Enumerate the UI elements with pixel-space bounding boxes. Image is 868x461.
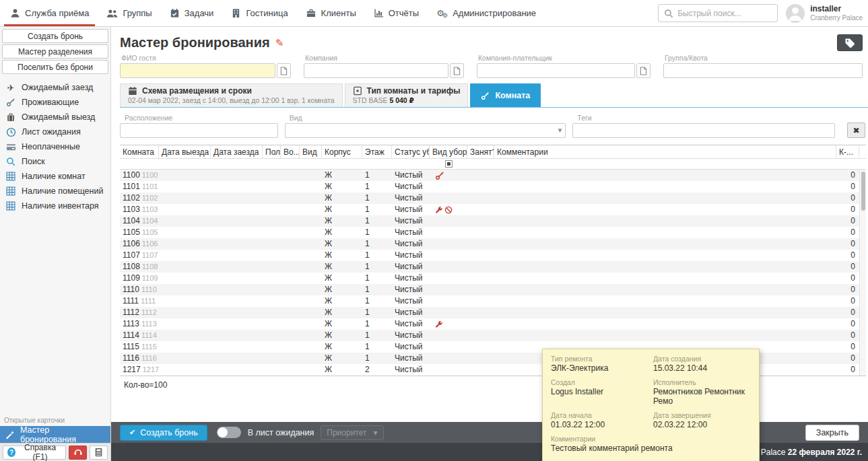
cell-floor: 1 xyxy=(362,307,392,318)
tab-room[interactable]: Комната xyxy=(470,83,541,107)
table-row[interactable]: 11001100Ж1Чистый0 xyxy=(120,170,866,181)
cell-count: 0 xyxy=(836,307,859,318)
quick-search-input[interactable] xyxy=(677,9,772,18)
tooltip-value: ЭЛК-Электрика xyxy=(551,363,653,373)
column-count[interactable]: К-... xyxy=(836,145,859,158)
table-row[interactable]: 11081108Ж1Чистый0 xyxy=(120,261,866,273)
column-room[interactable]: Комната xyxy=(120,145,159,158)
sidebar-item-expected-arrival[interactable]: ✈Ожидаемый заезд xyxy=(0,80,110,95)
field-group-quota: Группа/Квота xyxy=(663,54,863,78)
nav-item-reception[interactable]: Служба приёма xyxy=(1,0,98,26)
column-comments[interactable]: Комментарии xyxy=(494,145,836,158)
help-button[interactable]: ? Справка (F1) xyxy=(3,446,66,460)
nav-item-clients[interactable]: Клиенты xyxy=(297,0,365,26)
column-date-out[interactable]: Дата выезда xyxy=(159,145,211,158)
payer-company-lookup-button[interactable] xyxy=(636,63,650,78)
filter-location-input[interactable] xyxy=(120,123,278,138)
table-row[interactable]: 11031103Ж1Чистый0 xyxy=(120,204,866,215)
table-row[interactable]: 11111111Ж1Чистый0 xyxy=(120,295,866,307)
guest-name-lookup-button[interactable] xyxy=(277,63,291,78)
field-label: Компания-плательщик xyxy=(478,54,650,62)
occupied-filter-checkbox[interactable] xyxy=(445,160,453,168)
column-date-in[interactable]: Дата заезда xyxy=(211,145,263,158)
sidebar-item-guests-inhouse[interactable]: Проживающие xyxy=(0,95,110,110)
close-button[interactable]: Закрыть xyxy=(805,425,859,441)
waitlist-toggle[interactable] xyxy=(217,427,241,438)
sidebar-item-waiting-list[interactable]: Лист ожидания xyxy=(0,125,110,139)
column-age[interactable]: Во... xyxy=(281,145,300,158)
table-row[interactable]: 11041104Ж1Чистый0 xyxy=(120,215,866,227)
cell-floor: 1 xyxy=(362,295,392,307)
column-cleaning-kind[interactable]: Вид уборки xyxy=(430,145,467,158)
company-lookup-button[interactable] xyxy=(450,63,464,78)
field-guest-name: ФИО гостя xyxy=(120,54,291,78)
table-row[interactable]: 11131113Ж1Чистый0 xyxy=(120,318,866,330)
payer-company-input[interactable] xyxy=(477,63,635,78)
nav-item-groups[interactable]: Группы xyxy=(98,0,160,26)
filter-view-input[interactable]: ▾ xyxy=(285,123,566,138)
wrench-icon xyxy=(435,320,443,328)
filter-tags-input[interactable] xyxy=(572,123,835,138)
cell-clean-status: Чистый xyxy=(392,215,430,227)
table-row[interactable]: 11011101Ж1Чистый0 xyxy=(120,181,866,192)
nav-item-tasks[interactable]: Задачи xyxy=(161,0,223,26)
cell-room: 11001100 xyxy=(120,170,159,181)
nav-item-admin[interactable]: ⚙⚙Администрирование xyxy=(428,0,545,26)
table-row[interactable]: 11061106Ж1Чистый0 xyxy=(120,238,866,250)
cell-count: 0 xyxy=(836,227,859,238)
checkin-no-booking-button[interactable]: Поселить без брони xyxy=(2,60,108,74)
tooltip-value: Ремонтников Ремонтник Ремо xyxy=(653,387,751,406)
column-clean-status[interactable]: Статус уб... xyxy=(392,145,430,158)
company-input[interactable] xyxy=(304,63,448,78)
column-gender[interactable]: Пол xyxy=(263,145,281,158)
create-booking-button[interactable]: Создать бронь xyxy=(2,29,108,43)
cell-building: Ж xyxy=(322,238,362,250)
clients-icon xyxy=(306,8,316,18)
sidebar-item-search[interactable]: Поиск xyxy=(0,154,110,169)
clear-filters-button[interactable]: ✖ xyxy=(847,122,865,138)
guest-fields: ФИО гостяКомпанияКомпания-плательщикГруп… xyxy=(120,54,863,78)
cell-count: 0 xyxy=(836,238,859,250)
check-icon: ✔ xyxy=(129,428,135,437)
create-booking-button[interactable]: ✔ Создать бронь xyxy=(120,425,207,441)
support-button[interactable] xyxy=(69,446,87,460)
sidebar-item-expected-departure[interactable]: Ожидаемый выезд xyxy=(0,110,110,125)
scrollbar-thumb[interactable] xyxy=(861,172,865,211)
column-view[interactable]: Вид xyxy=(300,145,322,158)
table-row[interactable]: 11071107Ж1Чистый0 xyxy=(120,250,866,261)
table-row[interactable]: 11091109Ж1Чистый0 xyxy=(120,273,866,284)
sidebar-item-inventory-availability[interactable]: Наличие инвентаря xyxy=(0,199,110,213)
table-row[interactable]: 11101110Ж1Чистый0 xyxy=(120,284,866,295)
sidebar-item-room-availability[interactable]: Наличие комнат xyxy=(0,169,110,184)
cell-count: 0 xyxy=(836,341,859,353)
row-count-label: Кол-во=100 xyxy=(124,380,167,390)
sidebar-item-space-availability[interactable]: Наличие помещений xyxy=(0,184,110,199)
grid-icon xyxy=(5,172,16,181)
calculator-button[interactable] xyxy=(90,446,108,460)
table-row[interactable]: 11121112Ж1Чистый0 xyxy=(120,307,866,318)
nav-item-hotel[interactable]: Гостиница xyxy=(222,0,296,26)
tab-roomtype[interactable]: Тип комнаты и тарифыSTD BASE 5 040 ₽ xyxy=(345,83,469,107)
quick-search[interactable] xyxy=(658,4,778,22)
group-quota-input[interactable] xyxy=(663,63,863,78)
vertical-scrollbar[interactable] xyxy=(859,170,866,376)
sidebar-card-booking-master[interactable]: Мастер бронирования xyxy=(0,426,110,443)
cell-room: 11101110 xyxy=(120,284,159,295)
table-row[interactable]: 11051105Ж1Чистый0 xyxy=(120,227,866,238)
nav-item-reports[interactable]: Отчёты xyxy=(365,0,428,26)
tags-button[interactable] xyxy=(837,34,863,51)
column-occupied[interactable]: Занят? xyxy=(467,145,494,158)
column-floor[interactable]: Этаж xyxy=(362,145,392,158)
guest-name-input[interactable] xyxy=(120,63,275,78)
sidebar-item-unpaid[interactable]: Неоплаченные xyxy=(0,139,110,154)
tab-schedule[interactable]: Схема размещения и сроки02-04 мар 2022, … xyxy=(120,83,343,107)
edit-pencil-icon[interactable]: ✎ xyxy=(275,37,284,49)
user-menu[interactable]: installer Cranberry Palace xyxy=(786,4,864,23)
table-row[interactable]: 11021102Ж1Чистый0 xyxy=(120,192,866,204)
avatar xyxy=(786,4,805,23)
table-row[interactable]: 11141114Ж1Чистый0 xyxy=(120,330,866,341)
split-master-button[interactable]: Мастер разделения xyxy=(2,44,108,59)
cell-building: Ж xyxy=(322,364,362,376)
column-building[interactable]: Корпус xyxy=(322,145,362,158)
cell-building: Ж xyxy=(322,330,362,341)
